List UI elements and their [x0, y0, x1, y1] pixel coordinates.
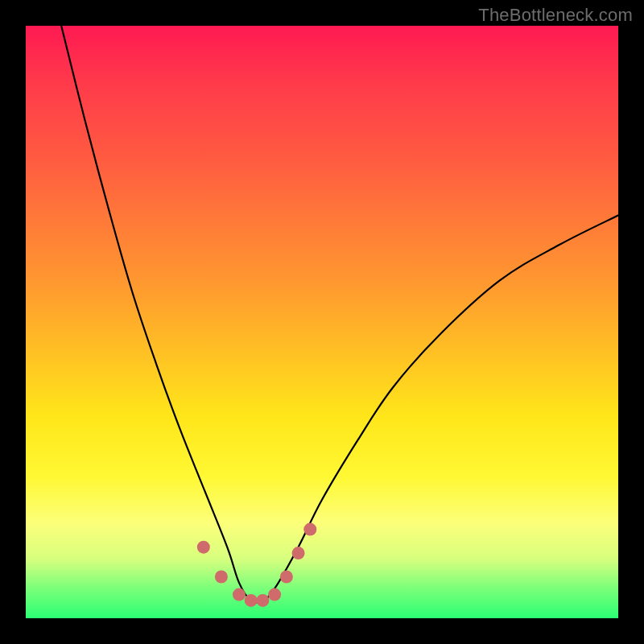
highlight-dot	[268, 588, 281, 601]
highlight-dot	[303, 523, 316, 536]
marker-layer	[26, 26, 618, 618]
highlight-dot	[197, 541, 210, 554]
plot-area	[26, 26, 618, 618]
highlight-dot	[245, 594, 258, 607]
highlight-dot	[233, 588, 246, 601]
highlight-dot	[280, 570, 293, 583]
chart-frame: TheBottleneck.com	[0, 0, 644, 644]
attribution-label: TheBottleneck.com	[478, 5, 633, 26]
highlight-dot	[256, 594, 269, 607]
highlight-dots	[197, 523, 316, 607]
highlight-dot	[215, 570, 228, 583]
highlight-dot	[292, 547, 305, 559]
